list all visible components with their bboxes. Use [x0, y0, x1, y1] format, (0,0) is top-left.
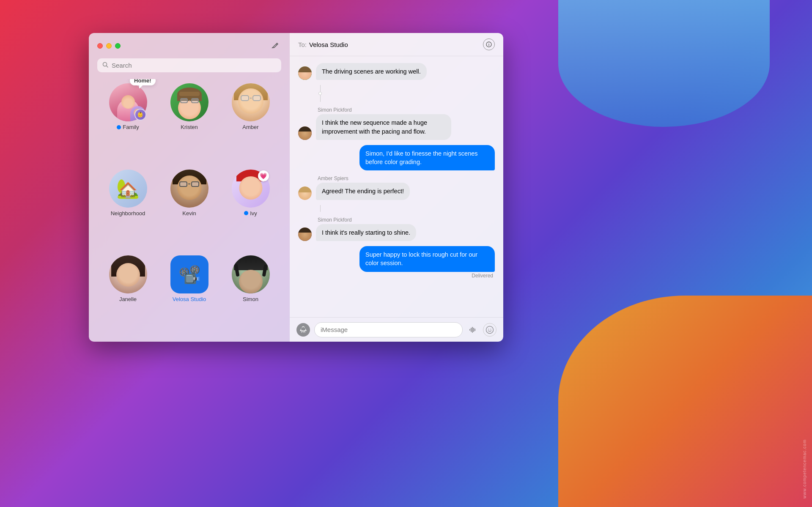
message-row-1: The driving scenes are working well.	[298, 63, 495, 80]
svg-point-10	[486, 326, 494, 333]
svg-rect-7	[472, 327, 473, 333]
avatar-kevin	[170, 170, 208, 208]
chat-header: To: Velosa Studio	[290, 33, 503, 56]
message-input[interactable]	[314, 322, 463, 337]
avatar-kevin-wrap	[170, 170, 208, 208]
avatar-amber	[232, 83, 270, 121]
chat-messages: The driving scenes are working well.	[290, 56, 503, 317]
to-label: To:	[298, 41, 307, 48]
search-bar[interactable]	[97, 58, 281, 72]
svg-rect-8	[473, 328, 474, 332]
app-store-button[interactable]	[296, 323, 310, 337]
contacts-grid: Home! 👶 Family	[89, 79, 290, 342]
message-bubble-6: Super happy to lock this rough cut for o…	[359, 246, 495, 272]
titlebar	[89, 33, 290, 55]
message-group-3: Simon, I'd like to finesse the night sce…	[359, 145, 495, 171]
family-small-avatar: 👶	[134, 109, 146, 121]
avatar-velosa-wrap: 📽️	[170, 255, 208, 293]
contact-velosa[interactable]: 📽️ Velosa Studio	[163, 255, 216, 333]
chat-input-area	[290, 317, 503, 342]
contact-name-kevin: Kevin	[182, 210, 196, 217]
contact-name-janelle: Janelle	[119, 296, 137, 302]
avatar-ivy-wrap: 💗	[232, 170, 270, 208]
contact-neighborhood[interactable]: 🏡 Neighborhood	[102, 170, 154, 247]
message-group-2: Simon Pickford I think the new sequence …	[316, 107, 451, 140]
contact-name-kristen: Kristen	[181, 124, 198, 130]
emoji-button[interactable]	[483, 323, 497, 337]
info-button[interactable]	[483, 38, 495, 50]
message-group-5: Simon Pickford I think it's really start…	[316, 217, 416, 241]
contact-amber[interactable]: Amber	[224, 83, 277, 161]
message-row-4: Amber Spiers Agreed! The ending is perfe…	[298, 175, 495, 200]
contact-kevin[interactable]: Kevin	[163, 170, 216, 247]
contact-name-family: Family	[117, 124, 139, 130]
chat-panel: To: Velosa Studio	[290, 33, 503, 342]
avatar-neighborhood-wrap: 🏡	[109, 170, 147, 208]
contact-name-neighborhood: Neighborhood	[111, 210, 145, 217]
chat-recipient: To: Velosa Studio	[298, 41, 348, 48]
avatar-amber-wrap	[232, 83, 270, 121]
svg-rect-6	[471, 328, 472, 332]
contacts-panel: Home! 👶 Family	[89, 33, 290, 342]
message-row-3: Simon, I'd like to finesse the night sce…	[298, 145, 495, 171]
svg-rect-5	[469, 329, 470, 331]
watermark: www.competencemac.com	[802, 439, 807, 499]
message-group-6: Super happy to lock this rough cut for o…	[359, 246, 495, 279]
search-icon	[102, 62, 108, 69]
svg-line-1	[107, 66, 108, 68]
message-row-5: Simon Pickford I think it's really start…	[298, 217, 495, 241]
msg-avatar-5	[298, 227, 312, 241]
message-bubble-2: I think the new sequence made a huge imp…	[316, 114, 451, 140]
audio-button[interactable]	[467, 324, 479, 336]
search-input[interactable]	[112, 62, 276, 69]
traffic-lights	[97, 43, 121, 49]
avatar-kristen	[170, 83, 208, 121]
contact-family[interactable]: Home! 👶 Family	[102, 83, 154, 161]
compose-button[interactable]	[269, 40, 281, 52]
timeline-2	[298, 205, 495, 212]
contact-name-ivy: Ivy	[244, 210, 257, 217]
ivy-heart-badge: 💗	[258, 170, 269, 181]
avatar-simon	[232, 255, 270, 293]
contact-name-amber: Amber	[242, 124, 258, 130]
svg-rect-3	[488, 44, 489, 46]
bg-blue-accent	[558, 0, 770, 127]
avatar-family-wrap: Home! 👶	[109, 83, 147, 121]
message-bubble-1: The driving scenes are working well.	[316, 63, 427, 80]
contact-kristen[interactable]: Kristen	[163, 83, 216, 161]
home-bubble: Home!	[130, 79, 155, 85]
message-row-6: Super happy to lock this rough cut for o…	[298, 246, 495, 279]
svg-rect-9	[475, 329, 475, 331]
message-bubble-5: I think it's really starting to shine.	[316, 224, 416, 241]
sender-name-2: Simon Pickford	[316, 107, 352, 113]
sender-name-4: Amber Spiers	[316, 175, 348, 181]
msg-avatar-1	[298, 66, 312, 80]
message-group-4: Amber Spiers Agreed! The ending is perfe…	[316, 175, 410, 200]
contact-name-velosa: Velosa Studio	[173, 296, 206, 302]
avatar-simon-wrap	[232, 255, 270, 293]
contact-janelle[interactable]: Janelle	[102, 255, 154, 333]
message-bubble-4: Agreed! The ending is perfect!	[316, 183, 410, 200]
msg-avatar-2	[298, 126, 312, 140]
delivered-label: Delivered	[472, 273, 495, 279]
avatar-janelle	[109, 255, 147, 293]
unread-dot-ivy	[244, 211, 248, 215]
message-row-2: Simon Pickford I think the new sequence …	[298, 107, 495, 140]
fullscreen-button[interactable]	[115, 43, 121, 49]
svg-point-11	[488, 329, 489, 329]
close-button[interactable]	[97, 43, 103, 49]
avatar-kristen-wrap	[170, 83, 208, 121]
svg-point-12	[491, 329, 491, 329]
chat-contact-name: Velosa Studio	[309, 41, 348, 48]
messages-window: Home! 👶 Family	[89, 33, 503, 342]
avatar-velosa: 📽️	[170, 255, 208, 293]
message-bubble-3: Simon, I'd like to finesse the night sce…	[359, 145, 495, 171]
unread-dot-family	[117, 125, 121, 129]
contact-name-simon: Simon	[243, 296, 258, 302]
bg-orange-accent	[558, 296, 812, 507]
minimize-button[interactable]	[106, 43, 112, 49]
msg-avatar-4	[298, 186, 312, 200]
contact-ivy[interactable]: 💗 Ivy	[224, 170, 277, 247]
contact-simon[interactable]: Simon	[224, 255, 277, 333]
sender-name-5: Simon Pickford	[316, 217, 352, 223]
